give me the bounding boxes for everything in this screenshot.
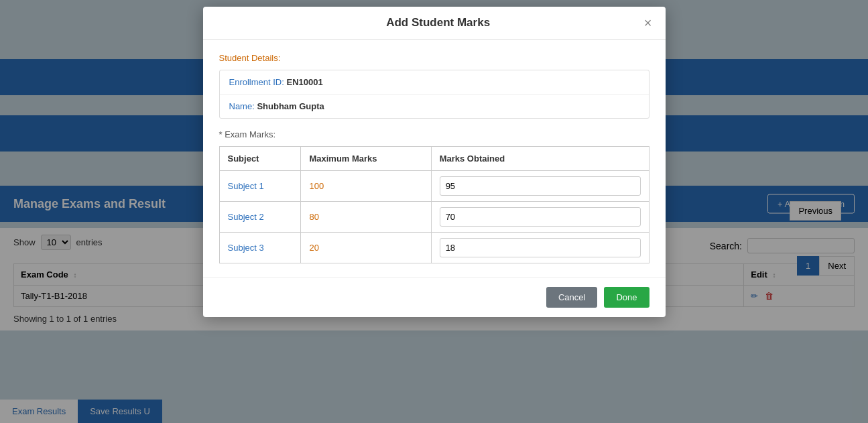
obtained-input-2[interactable]	[440, 238, 641, 257]
done-button[interactable]: Done	[604, 287, 649, 308]
name-value: Shubham Gupta	[257, 101, 324, 111]
marks-row-2: Subject 3 20	[219, 233, 649, 263]
obtained-cell-1	[431, 202, 649, 233]
max-0: 100	[301, 171, 431, 202]
col-subject-header: Subject	[219, 147, 301, 171]
cancel-button[interactable]: Cancel	[546, 287, 597, 308]
obtained-cell-0	[431, 171, 649, 202]
obtained-input-0[interactable]	[440, 176, 641, 196]
col-max-header: Maximum Marks	[301, 147, 431, 171]
marks-row-0: Subject 1 100	[219, 171, 649, 202]
name-label: Name:	[229, 101, 255, 111]
enrollment-value: EN10001	[287, 77, 323, 87]
modal-body: Student Details: Enrollment ID: EN10001 …	[203, 40, 666, 277]
close-button[interactable]: ×	[644, 16, 652, 29]
subject-0: Subject 1	[219, 171, 301, 202]
modal-footer: Cancel Done	[203, 277, 666, 317]
name-row: Name: Shubham Gupta	[220, 95, 649, 118]
obtained-cell-2	[431, 233, 649, 263]
marks-table: Subject Maximum Marks Marks Obtained Sub…	[219, 146, 649, 263]
max-2: 20	[301, 233, 431, 263]
student-details-label: Student Details:	[219, 53, 649, 63]
col-obtained-header: Marks Obtained	[431, 147, 649, 171]
marks-row-1: Subject 2 80	[219, 202, 649, 233]
subject-2: Subject 3	[219, 233, 301, 263]
subject-1: Subject 2	[219, 202, 301, 233]
exam-marks-label: * Exam Marks:	[219, 129, 649, 139]
enrollment-row: Enrollment ID: EN10001	[220, 70, 649, 95]
enrollment-label: Enrollment ID:	[229, 77, 284, 87]
add-student-marks-modal: Add Student Marks × Student Details: Enr…	[203, 7, 666, 317]
obtained-input-1[interactable]	[440, 207, 641, 227]
modal-header: Add Student Marks ×	[203, 7, 666, 40]
student-details-box: Enrollment ID: EN10001 Name: Shubham Gup…	[219, 70, 649, 119]
modal-title: Add Student Marks	[233, 16, 644, 29]
max-1: 80	[301, 202, 431, 233]
